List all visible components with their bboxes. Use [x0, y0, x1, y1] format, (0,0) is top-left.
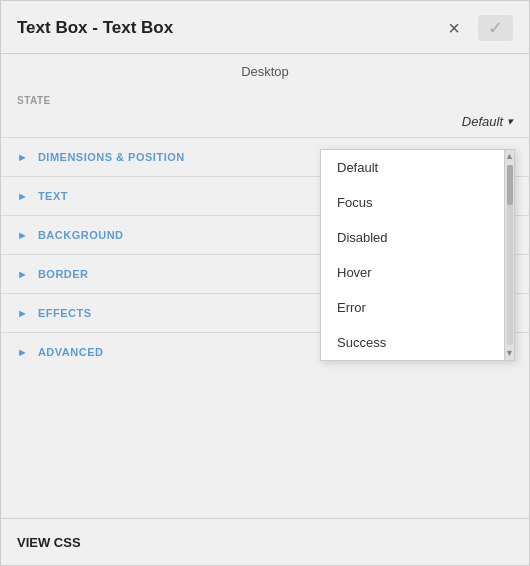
dropdown-options-list: Default Focus Disabled Hover Error Succe…: [321, 150, 504, 360]
panel-title: Text Box - Text Box: [17, 18, 173, 38]
accordion-label-advanced: ADVANCED: [38, 346, 104, 358]
header-actions: × ✓: [442, 15, 513, 41]
accordion-arrow-icon: ►: [17, 346, 28, 358]
close-button[interactable]: ×: [442, 16, 466, 40]
state-section-label: STATE: [1, 87, 529, 110]
state-dropdown-button[interactable]: Default ▾: [462, 114, 513, 129]
panel-header: Text Box - Text Box × ✓: [1, 1, 529, 54]
accordion-arrow-icon: ►: [17, 229, 28, 241]
accordion-label-background: BACKGROUND: [38, 229, 124, 241]
dropdown-option-default[interactable]: Default: [321, 150, 504, 185]
chevron-down-icon: ▾: [507, 115, 513, 128]
scrollbar-down-icon[interactable]: ▼: [505, 349, 514, 358]
dropdown-option-success[interactable]: Success: [321, 325, 504, 360]
scrollbar-up-icon[interactable]: ▲: [505, 152, 514, 161]
accordion-arrow-icon: ►: [17, 307, 28, 319]
confirm-button[interactable]: ✓: [478, 15, 513, 41]
properties-panel: Text Box - Text Box × ✓ Desktop STATE De…: [0, 0, 530, 566]
state-row: Default ▾: [1, 110, 529, 137]
state-dropdown-value: Default: [462, 114, 503, 129]
accordion-label-border: BORDER: [38, 268, 89, 280]
accordion-label-effects: EFFECTS: [38, 307, 92, 319]
dropdown-option-hover[interactable]: Hover: [321, 255, 504, 290]
accordion-arrow-icon: ►: [17, 268, 28, 280]
scrollbar-thumb: [507, 165, 513, 205]
view-css-label: VIEW CSS: [17, 535, 81, 550]
view-selector: Desktop: [1, 54, 529, 87]
state-dropdown-menu: Default Focus Disabled Hover Error Succe…: [320, 149, 515, 361]
scrollbar-track: [507, 165, 513, 345]
view-css-row[interactable]: VIEW CSS: [1, 518, 529, 565]
dropdown-scrollbar[interactable]: ▲ ▼: [504, 150, 514, 360]
dropdown-option-disabled[interactable]: Disabled: [321, 220, 504, 255]
dropdown-option-error[interactable]: Error: [321, 290, 504, 325]
accordion-arrow-icon: ►: [17, 190, 28, 202]
accordion-label-dimensions: DIMENSIONS & POSITION: [38, 151, 185, 163]
view-label: Desktop: [241, 64, 289, 79]
dropdown-option-focus[interactable]: Focus: [321, 185, 504, 220]
accordion-label-text: TEXT: [38, 190, 68, 202]
accordion-arrow-icon: ►: [17, 151, 28, 163]
